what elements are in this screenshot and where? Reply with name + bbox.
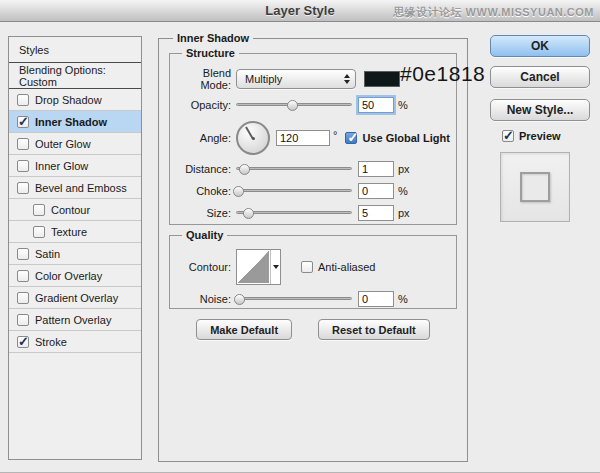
opacity-label: Opacity:: [170, 99, 236, 111]
reset-to-default-button[interactable]: Reset to Default: [318, 319, 430, 340]
noise-row: Noise: %: [170, 288, 456, 310]
sidebar-item-contour[interactable]: Contour: [9, 199, 141, 221]
contour-label: Contour:: [170, 261, 236, 273]
choke-row: Choke: %: [170, 180, 456, 202]
distance-input[interactable]: [358, 161, 394, 177]
sidebar-item-pattern-overlay[interactable]: Pattern Overlay: [9, 309, 141, 331]
cancel-button[interactable]: Cancel: [490, 66, 590, 88]
sidebar-item-label: Stroke: [35, 336, 67, 348]
sidebar-item-gradient-overlay[interactable]: Gradient Overlay: [9, 287, 141, 309]
contour-row: Contour: Anti-aliased: [170, 246, 456, 288]
style-preview-inner-square: [520, 172, 550, 202]
blend-mode-label: Blend Mode:: [170, 67, 236, 91]
sidebar-item-label: Drop Shadow: [35, 94, 102, 106]
sidebar-item-label: Satin: [35, 248, 60, 260]
slider-thumb[interactable]: [239, 164, 250, 175]
dialog-body: Styles Blending Options: Custom Drop Sha…: [0, 22, 600, 472]
inner-shadow-checkbox[interactable]: [17, 116, 29, 128]
pattern-overlay-checkbox[interactable]: [17, 314, 29, 326]
blend-mode-select[interactable]: Multiply: [236, 69, 356, 89]
contour-dropdown-arrow-icon[interactable]: [270, 250, 280, 284]
sidebar-item-label: Inner Glow: [35, 160, 88, 172]
quality-group-title: Quality: [182, 229, 227, 241]
color-annotation: #0e1818: [400, 62, 485, 86]
slider-thumb[interactable]: [287, 100, 298, 111]
panel-buttons: Make Default Reset to Default: [159, 319, 467, 340]
contour-checkbox[interactable]: [33, 204, 45, 216]
angle-unit: °: [333, 129, 337, 141]
distance-slider[interactable]: [236, 164, 352, 175]
anti-aliased-checkbox[interactable]: [301, 261, 313, 273]
opacity-slider[interactable]: [236, 100, 352, 111]
opacity-row: Opacity: %: [170, 92, 456, 118]
sidebar-item-blending-options[interactable]: Blending Options: Custom: [9, 63, 141, 89]
slider-thumb[interactable]: [233, 186, 244, 197]
sidebar-item-inner-shadow[interactable]: Inner Shadow: [9, 111, 141, 133]
outer-glow-checkbox[interactable]: [17, 138, 29, 150]
distance-row: Distance: px: [170, 158, 456, 180]
sidebar-item-label: Gradient Overlay: [35, 292, 118, 304]
sidebar-item-label: Texture: [51, 226, 87, 238]
blend-mode-value: Multiply: [245, 73, 344, 85]
angle-row: Angle: ° Use Global Light: [170, 118, 456, 158]
sidebar-item-texture[interactable]: Texture: [9, 221, 141, 243]
new-style-button[interactable]: New Style...: [490, 99, 590, 121]
slider-track: [236, 297, 352, 300]
choke-input[interactable]: [358, 183, 394, 199]
noise-slider[interactable]: [236, 294, 352, 305]
sidebar-item-satin[interactable]: Satin: [9, 243, 141, 265]
slider-thumb[interactable]: [234, 294, 245, 305]
sidebar-item-color-overlay[interactable]: Color Overlay: [9, 265, 141, 287]
sidebar-item-label: Color Overlay: [35, 270, 102, 282]
bevel-emboss-checkbox[interactable]: [17, 182, 29, 194]
watermark: 思缘设计论坛 WWW.MISSYUAN.COM: [393, 5, 594, 20]
opacity-input[interactable]: [358, 97, 394, 113]
blending-options-label: Blending Options: Custom: [19, 64, 141, 88]
style-preview-thumbnail: [500, 152, 570, 222]
quality-group: Quality Contour: Anti-aliased Noise:: [169, 235, 457, 309]
sidebar-item-label: Contour: [51, 204, 90, 216]
sidebar-item-outer-glow[interactable]: Outer Glow: [9, 133, 141, 155]
angle-label: Angle:: [170, 132, 236, 144]
noise-input[interactable]: [358, 291, 394, 307]
sidebar-header-styles: Styles: [9, 37, 141, 63]
sidebar-item-stroke[interactable]: Stroke: [9, 331, 141, 353]
angle-input[interactable]: [276, 130, 330, 146]
opacity-unit: %: [398, 99, 408, 111]
stepper-arrows-icon: [344, 74, 350, 84]
slider-track: [236, 189, 352, 192]
slider-thumb[interactable]: [243, 208, 254, 219]
choke-slider[interactable]: [236, 186, 352, 197]
ok-button[interactable]: OK: [490, 35, 590, 57]
sidebar-item-label: Bevel and Emboss: [35, 182, 127, 194]
choke-label: Choke:: [170, 185, 236, 197]
layer-style-dialog: Layer Style 思缘设计论坛 WWW.MISSYUAN.COM Styl…: [0, 0, 600, 473]
shadow-color-swatch[interactable]: [364, 71, 400, 87]
inner-glow-checkbox[interactable]: [17, 160, 29, 172]
stroke-checkbox[interactable]: [17, 336, 29, 348]
sidebar-item-inner-glow[interactable]: Inner Glow: [9, 155, 141, 177]
size-unit: px: [398, 207, 410, 219]
contour-thumbnail-icon: [238, 251, 269, 283]
color-overlay-checkbox[interactable]: [17, 270, 29, 282]
texture-checkbox[interactable]: [33, 226, 45, 238]
satin-checkbox[interactable]: [17, 248, 29, 260]
contour-picker[interactable]: [236, 249, 281, 285]
preview-checkbox[interactable]: [502, 130, 514, 142]
use-global-light-label: Use Global Light: [362, 132, 449, 144]
make-default-button[interactable]: Make Default: [196, 319, 292, 340]
choke-unit: %: [398, 185, 408, 197]
gradient-overlay-checkbox[interactable]: [17, 292, 29, 304]
sidebar-item-bevel-and-emboss[interactable]: Bevel and Emboss: [9, 177, 141, 199]
styles-sidebar: Styles Blending Options: Custom Drop Sha…: [8, 36, 142, 460]
sidebar-item-label: Pattern Overlay: [35, 314, 111, 326]
preview-toggle: Preview: [502, 130, 561, 142]
sidebar-item-label: Inner Shadow: [35, 116, 107, 128]
angle-dial[interactable]: [236, 121, 270, 155]
use-global-light-checkbox[interactable]: [345, 132, 357, 144]
sidebar-item-drop-shadow[interactable]: Drop Shadow: [9, 89, 141, 111]
distance-label: Distance:: [170, 163, 236, 175]
size-input[interactable]: [358, 205, 394, 221]
size-slider[interactable]: [236, 208, 352, 219]
drop-shadow-checkbox[interactable]: [17, 94, 29, 106]
